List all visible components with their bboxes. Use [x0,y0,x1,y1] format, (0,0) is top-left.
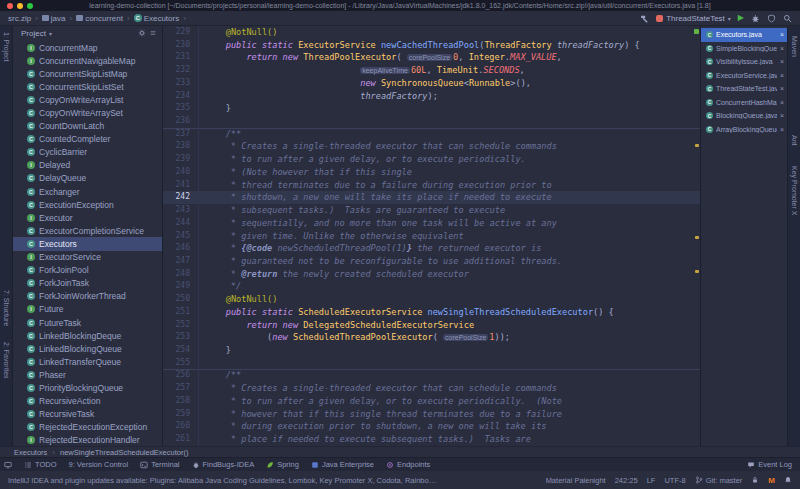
code-line[interactable]: 236 [163,115,700,128]
project-tree-item[interactable]: CExecutors [13,237,162,250]
tool-window-button-favorites[interactable]: 2: Favorites [3,342,10,379]
vcs-widget[interactable]: Git: master [695,476,743,485]
code-line[interactable]: 246 * {@code newScheduledThreadPool(1)} … [163,242,700,255]
code-line[interactable]: 242 * shutdown, a new one will take its … [163,191,700,204]
coverage-button[interactable] [767,14,776,23]
code-line[interactable]: 253 (new ScheduledThreadPoolExecutor( co… [163,331,700,344]
code-line[interactable]: 250 @NotNull() [163,293,700,306]
line-number[interactable]: 240 [163,166,199,179]
line-number[interactable]: 250 [163,293,199,306]
status-message[interactable]: IntelliJ IDEA and plugin updates availab… [8,476,438,485]
project-tree-item[interactable]: CPriorityBlockingQueue [13,381,162,394]
line-number[interactable]: 260 [163,420,199,433]
build-hammer-icon[interactable] [640,14,649,23]
close-icon[interactable]: × [780,58,784,65]
editor-tab[interactable]: CThreadStateTest.java× [701,82,787,96]
line-number[interactable]: 258 [163,395,199,408]
code-line[interactable]: 251 public static ScheduledExecutorServi… [163,306,700,319]
stripe-mark[interactable] [695,270,699,273]
line-number[interactable]: 247 [163,255,199,268]
minimize-window-button[interactable] [17,3,23,9]
line-number[interactable]: 244 [163,217,199,230]
tool-window-button-project[interactable]: 1: Project [3,32,10,62]
line-number[interactable]: 232 [163,64,199,77]
code-line[interactable]: 239 * to run after a given delay, or to … [163,153,700,166]
chevron-down-icon[interactable]: ▾ [49,30,52,37]
theme-widget[interactable]: Material Palenight [546,476,606,485]
tool-window-button-javaenterprise[interactable]: Java Enterprise [311,460,374,469]
tool-window-button-findbugsidea[interactable]: FindBugs-IDEA [192,460,255,469]
project-tree-item[interactable]: CFutureTask [13,316,162,329]
editor-breadcrumb-item[interactable]: Executors [14,448,47,457]
line-number[interactable]: 243 [163,204,199,217]
line-number[interactable]: 246 [163,242,199,255]
stripe-mark[interactable] [695,144,699,147]
tool-window-button-maven[interactable]: Maven [791,36,798,57]
lock-icon[interactable] [751,476,759,484]
editor-tab[interactable]: CSimpleBlockingQueue.java× [701,42,787,56]
editor-tab[interactable]: CBlockingQueue.java× [701,109,787,123]
project-tree-item[interactable]: CExchanger [13,185,162,198]
line-number[interactable]: 238 [163,140,199,153]
code-line[interactable]: 254 } [163,344,700,357]
project-tree-item[interactable]: CDelayQueue [13,172,162,185]
project-tree-item[interactable]: CCountDownLatch [13,120,162,133]
line-number[interactable]: 231 [163,51,199,64]
line-number[interactable]: 242 [163,191,199,204]
project-tree-item[interactable]: CConcurrentSkipListMap [13,67,162,80]
code-editor[interactable]: 229 @NotNull()230 public static Executor… [163,26,700,446]
editor-tab[interactable]: CExecutors.java× [701,28,787,42]
code-line[interactable]: 260 * during execution prior to shutdown… [163,420,700,433]
line-number[interactable]: 259 [163,408,199,421]
collapse-all-icon[interactable] [149,29,157,37]
line-number[interactable]: 252 [163,319,199,332]
code-line[interactable]: 252 return new DelegatedScheduledExecuto… [163,319,700,332]
breadcrumb-item[interactable]: src.zip [8,14,31,23]
code-line[interactable]: 255 [163,357,700,370]
project-tree-item[interactable]: CLinkedBlockingDeque [13,329,162,342]
code-line[interactable]: 244 * sequentially, and no more than one… [163,217,700,230]
tool-window-button-endpoints[interactable]: Endpoints [386,460,430,469]
code-line[interactable]: 230 public static ExecutorService newCac… [163,39,700,52]
run-button[interactable]: ▶ [738,14,744,22]
tool-window-button-spring[interactable]: Spring [266,460,299,469]
bell-icon[interactable] [784,476,792,484]
close-icon[interactable]: × [780,99,784,106]
editor-breadcrumb-item[interactable]: newSingleThreadScheduledExecutor() [60,448,188,457]
project-tree-item[interactable]: CPhaser [13,368,162,381]
project-tree-item[interactable]: CForkJoinWorkerThread [13,290,162,303]
tool-window-button-todo[interactable]: TODO [24,460,57,469]
project-tree-item[interactable]: IExecutor [13,211,162,224]
code-line[interactable]: 238 * Creates a single-threaded executor… [163,140,700,153]
project-tree-item[interactable]: CRecursiveTask [13,408,162,421]
project-tree-item[interactable]: IDelayed [13,159,162,172]
line-number[interactable]: 237 [163,128,199,141]
tool-window-switcher-icon[interactable] [4,461,12,469]
line-number[interactable]: 239 [163,153,199,166]
close-icon[interactable]: × [780,31,784,38]
code-line[interactable]: 249 */ [163,280,700,293]
project-tree-item[interactable]: CRecursiveAction [13,395,162,408]
project-tree-item[interactable]: CLinkedTransferQueue [13,355,162,368]
line-number[interactable]: 230 [163,39,199,52]
line-separator-widget[interactable]: LF [647,476,656,485]
line-number[interactable]: 255 [163,357,199,370]
line-number[interactable]: 235 [163,102,199,115]
line-number[interactable]: 254 [163,344,199,357]
line-number[interactable]: 251 [163,306,199,319]
project-tree-item[interactable]: CForkJoinTask [13,277,162,290]
project-tree-item[interactable]: CCyclicBarrier [13,146,162,159]
close-icon[interactable]: × [780,85,784,92]
breadcrumb-item[interactable]: CExecutors [134,14,180,23]
caret-position-widget[interactable]: 242:25 [615,476,638,485]
code-line[interactable]: 241 * thread terminates due to a failure… [163,179,700,192]
tool-window-button-keypromoterx[interactable]: Key Promoter X [791,166,798,215]
material-theme-icon[interactable]: M [768,476,775,485]
line-number[interactable]: 236 [163,115,199,128]
code-line[interactable]: 245 * given time. Unlike the otherwise e… [163,230,700,243]
event-log-button[interactable]: Event Log [747,460,792,469]
tool-window-button-structure[interactable]: 7: Structure [3,290,10,326]
project-tree-item[interactable]: IConcurrentMap [13,41,162,54]
code-line[interactable]: 231 return new ThreadPoolExecutor( coreP… [163,51,700,64]
code-line[interactable]: 256 /** [163,369,700,382]
